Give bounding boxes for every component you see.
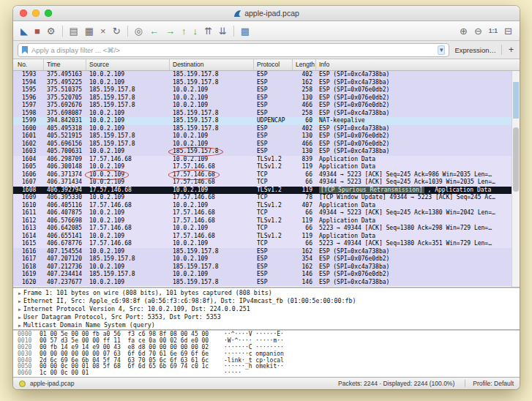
packet-info: ESP (SPI=0xc4a738ba) (316, 279, 512, 287)
packet-row-1594[interactable]: 1594375.49522510.0.2.109185.159.157.8ESP… (13, 79, 512, 87)
expand-arrow-icon[interactable]: ▶ (16, 306, 23, 313)
packet-row-1593[interactable]: 1593375.49516310.0.2.109185.159.157.8ESP… (13, 71, 512, 79)
open-file-icon[interactable]: ▤ (70, 26, 78, 36)
packet-row-1606[interactable]: 1606406.37137410.0.2.10917.57.146.68TCP6… (13, 171, 512, 179)
packet-row-1602[interactable]: 1602405.696156185.159.157.810.0.2.109ESP… (13, 140, 512, 149)
filter-bookmark-icon[interactable] (22, 46, 28, 54)
capture-options-icon[interactable]: ⚙ (47, 26, 56, 36)
close-file-icon[interactable]: × (100, 26, 106, 36)
start-capture-icon[interactable]: ◣ (20, 26, 28, 36)
reload-file-icon[interactable]: ↻ (113, 26, 121, 36)
packet-cell: 17.57.146.68 (86, 187, 170, 195)
packet-cell: 839 (293, 156, 316, 164)
toolbar-separator (127, 26, 128, 37)
packet-cell: 162 (293, 248, 316, 256)
expand-arrow-icon[interactable]: ▶ (16, 314, 23, 321)
column-header-length[interactable]: Length (293, 59, 316, 70)
packet-row-1613[interactable]: 1613406.64208517.57.146.6810.0.2.109TCP6… (13, 225, 512, 233)
column-header-source[interactable]: Source (86, 59, 170, 70)
go-back-icon[interactable]: ← (149, 26, 159, 36)
status-profile[interactable]: Profile: Default (465, 380, 514, 387)
packet-cell: 406.407875 (44, 209, 86, 217)
packet-row-1599[interactable]: 1599394.84203110.0.2.109185.159.157.8UDP… (13, 117, 512, 125)
packet-row-1616[interactable]: 1616407.15455410.0.2.109185.159.157.8ESP… (13, 248, 512, 256)
packet-cell: 185.159.157.8 (170, 279, 254, 287)
detail-line[interactable]: ▶Frame 1: 101 bytes on wire (808 bits), … (16, 289, 520, 297)
column-header-info[interactable]: Info (316, 59, 520, 70)
column-header-destination[interactable]: Destination (170, 59, 254, 70)
packet-cell: 10.0.2.109 (86, 163, 170, 171)
packet-cell: 1598 (13, 110, 44, 118)
filter-dropdown-icon[interactable]: ▾ (438, 45, 446, 55)
go-up-icon[interactable]: ↑ (181, 26, 187, 36)
packet-row-1615[interactable]: 1615406.67877617.57.146.6810.0.2.109TCP6… (13, 240, 512, 248)
expand-arrow-icon[interactable]: ▶ (16, 298, 23, 305)
close-window-button[interactable] (20, 10, 27, 17)
zoom-reset-icon[interactable]: 1:1 (489, 28, 498, 34)
scrollbar-thumb[interactable] (513, 127, 519, 192)
packet-row-1604[interactable]: 1604406.29870917.57.146.6810.0.2.109TLSv… (13, 156, 512, 164)
add-filter-button[interactable]: + (507, 45, 515, 55)
packet-cell: 1599 (13, 117, 44, 125)
packet-row-1612[interactable]: 1612406.57669810.0.2.10917.57.146.68TLSv… (13, 217, 512, 225)
expression-button[interactable]: Expression… (454, 46, 496, 54)
packet-cell: 406.298709 (44, 156, 86, 164)
save-file-icon[interactable]: ▦ (85, 26, 94, 36)
title-bar[interactable]: apple-ipad.pcap (13, 6, 520, 21)
detail-line[interactable]: ▶Multicast Domain Name System (query) (16, 321, 520, 329)
packet-row-1601[interactable]: 1601405.521915185.159.157.810.0.2.109ESP… (13, 132, 512, 140)
packet-cell: ESP (254, 102, 293, 110)
packet-row-1618[interactable]: 1618407.21273610.0.2.109185.159.157.8ESP… (13, 263, 512, 271)
packet-cell: TLSv1.2 (254, 217, 293, 225)
packet-cell: 185.159.157.8 (86, 102, 170, 110)
column-header-time[interactable]: Time (44, 59, 86, 70)
packet-row-1605[interactable]: 1605406.30014810.0.2.10917.57.146.68TLSv… (13, 163, 512, 171)
packet-info: Application Data (316, 163, 512, 171)
packet-row-1597[interactable]: 1597375.692676185.159.157.810.0.2.109ESP… (13, 102, 512, 110)
packet-cell: TCP (254, 179, 293, 187)
hex-row[interactable]: 00601c 00 0c 00 01····· (18, 370, 520, 377)
packet-row-1619[interactable]: 1619407.234414185.159.157.810.0.2.109ESP… (13, 271, 512, 279)
find-packet-icon[interactable]: ◎ (135, 26, 143, 36)
packet-row-1609[interactable]: 1609406.39533010.0.2.10917.57.146.68TCP7… (13, 194, 512, 202)
expand-arrow-icon[interactable]: ▶ (16, 290, 23, 297)
zoom-window-button[interactable] (45, 10, 52, 17)
colorize-icon[interactable]: ▩ (241, 26, 250, 36)
packet-cell: 1606 (13, 171, 44, 179)
packet-cell: 1612 (13, 217, 44, 225)
packet-row-1608[interactable]: 1608406.39279417.57.146.6810.0.2.109TLSv… (13, 187, 512, 195)
go-forward-icon[interactable]: → (165, 26, 175, 36)
detail-line[interactable]: ▶Internet Protocol Version 4, Src: 10.0.… (16, 305, 520, 313)
packet-row-1598[interactable]: 1598375.69808710.0.2.109185.159.157.8ESP… (13, 110, 512, 118)
detail-line[interactable]: ▶Ethernet II, Src: Apple_c6:98:8f (a0:56… (16, 297, 520, 305)
minimize-window-button[interactable] (32, 10, 40, 17)
packet-row-1595[interactable]: 1595375.510375185.159.157.810.0.2.109ESP… (13, 86, 512, 94)
zoom-in-icon[interactable]: ⊕ (460, 26, 468, 36)
hex-row[interactable]: 005000 00 0c 00 01 08 5f 68 6f 6d 65 6b … (18, 364, 520, 370)
packet-row-1603[interactable]: 1603405.70063110.0.2.109185.159.157.8ESP… (13, 148, 512, 156)
column-header-no[interactable]: No. (13, 59, 44, 70)
go-first-icon[interactable]: ⇈ (204, 26, 212, 36)
packet-list-scrollbar[interactable] (512, 71, 520, 287)
packet-row-1620[interactable]: 1620407.23767710.0.2.109185.159.157.8ESP… (13, 279, 512, 287)
column-header-protocol[interactable]: Protocol (254, 59, 293, 70)
display-filter-input[interactable]: Apply a display filter ... <⌘/> ▾ (18, 43, 449, 57)
stop-capture-icon[interactable]: ■ (34, 26, 40, 36)
packet-row-1617[interactable]: 1617407.207120185.159.157.810.0.2.109ESP… (13, 255, 512, 263)
packet-row-1610[interactable]: 1610406.40511617.57.146.6810.0.2.109TLSv… (13, 202, 512, 210)
packet-row-1607[interactable]: 1607406.37143410.0.2.10917.57.146.68TCP6… (13, 179, 512, 187)
resize-columns-icon[interactable]: ⊟ (504, 26, 512, 36)
go-down-icon[interactable]: ↓ (192, 26, 198, 36)
go-last-icon[interactable]: ⇊ (219, 26, 227, 36)
packet-cell: ESP (254, 248, 293, 256)
packet-row-1614[interactable]: 1614406.65514110.0.2.10917.57.146.68TLSv… (13, 233, 512, 241)
packet-row-1596[interactable]: 1596375.520705185.159.157.810.0.2.109ESP… (13, 94, 512, 102)
packet-row-1611[interactable]: 1611406.40787510.0.2.10917.57.146.68TCP6… (13, 209, 512, 217)
expert-info-icon[interactable] (19, 381, 26, 387)
packet-cell: 406.576698 (44, 217, 86, 225)
expand-arrow-icon[interactable]: ▶ (16, 322, 23, 329)
detail-line[interactable]: ▶User Datagram Protocol, Src Port: 5353,… (16, 313, 520, 321)
packet-row-1600[interactable]: 1600405.49531810.0.2.109185.159.157.8ESP… (13, 125, 512, 133)
zoom-out-icon[interactable]: ⊖ (474, 26, 482, 36)
packet-cell: 185.159.157.8 (170, 125, 254, 133)
